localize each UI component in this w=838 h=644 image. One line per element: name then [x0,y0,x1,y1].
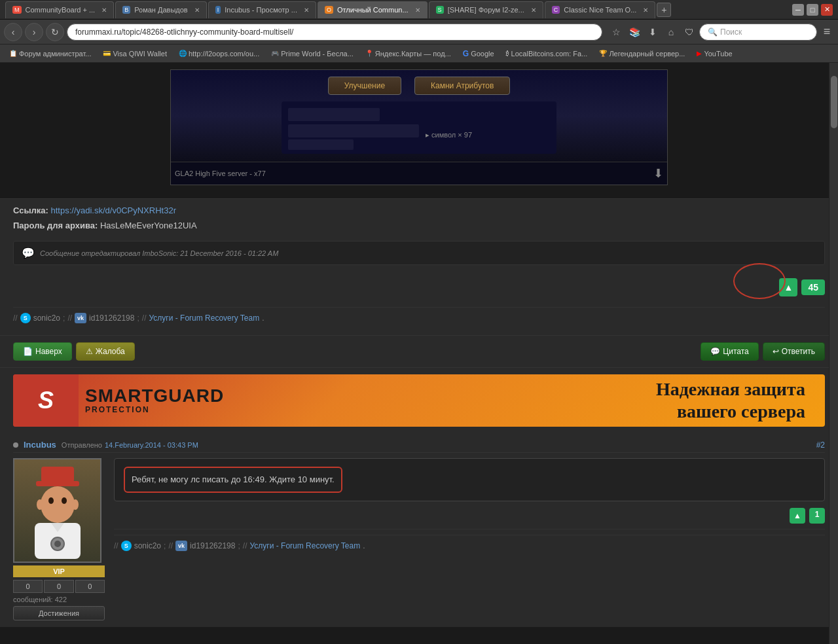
minimize-button[interactable]: ─ [792,4,804,16]
game-btn-upgrade[interactable]: Улучшение [328,77,401,95]
window-controls: ─ □ ✕ [792,4,833,16]
post2-date[interactable]: 14.February.2014 - 03:43 PM [105,441,198,449]
bookmark-l2oops[interactable]: 🌐 http://l2oops.com/ou... [173,46,264,61]
complaint-label: Жалоба [96,347,125,356]
vote-up-button[interactable]: ▲ [779,278,797,296]
shield-icon[interactable]: 🛡 [682,25,697,39]
vip-badge: VIP [13,565,105,577]
menu-icon[interactable]: ≡ [820,25,834,39]
forward-button[interactable]: › [25,23,43,41]
reply-button[interactable]: ↩ Ответить [763,342,825,361]
tab-3-label: Incubus - Просмотр ... [225,6,297,14]
posts-count: 422 [55,596,67,603]
bookmark-google[interactable]: G Google [458,46,500,61]
achievements-button[interactable]: Достижения [13,606,105,620]
tab-2-close[interactable]: ✕ [194,7,200,14]
ad-brand-name: SMARTGUARD [85,387,224,405]
download-icon[interactable]: ⬇ [646,25,660,39]
nav-bar: ‹ › ↻ forummaxi.ru/topic/48268-otlichnyy… [0,20,838,45]
bookmark-qiwi[interactable]: 💳 Visa QIWI Wallet [98,46,172,61]
game-footer-icon: ⬇ [653,166,663,181]
bookmark-icon[interactable]: 📚 [627,25,642,39]
bookmark-legendary-icon: 🏆 [599,50,607,57]
vk-icon-2: vk [175,541,187,551]
bookmark-prime-icon: 🎮 [271,50,279,57]
post2-number: #2 [816,440,825,450]
tab-6-close[interactable]: ✕ [643,7,648,14]
sig2-period: . [363,541,365,550]
tab-1-label: CommunityBoard + ... [26,6,96,14]
back-button[interactable]: ‹ [4,23,22,41]
svg-rect-2 [288,124,419,137]
home-icon[interactable]: ⌂ [664,25,678,39]
address-text: forummaxi.ru/topic/48268-otlichnyy-commu… [75,27,293,37]
up-icon: 📄 [23,347,33,356]
search-bar[interactable]: 🔍 Поиск [699,24,817,41]
svg-text:▸ символ × 97: ▸ символ × 97 [426,131,472,139]
post2-meta: Отправлено 14.February.2014 - 03:43 PM [62,441,198,449]
tab-5[interactable]: S [SHARE] Форум I2-ze... ✕ [429,1,543,18]
complaint-button[interactable]: ⚠ Жалоба [76,342,135,361]
post1-password-label: Пароль для архива: [13,221,98,230]
post2-date-label: Отправлено [62,441,102,449]
bookmark-prime[interactable]: 🎮 Prime World - Бесла... [266,46,359,61]
address-bar[interactable]: forummaxi.ru/topic/48268-otlichnyy-commu… [67,24,602,41]
svg-point-9 [37,499,43,510]
post2-container: Incubus Отправлено 14.February.2014 - 03… [0,433,838,627]
post2-username[interactable]: Incubus [24,440,56,450]
up-button[interactable]: 📄 Наверх [13,342,72,361]
post1-password-row: Пароль для архива: HasLeMeEverYone12UIA [13,221,825,230]
vk-icon: vk [75,313,86,323]
tab-4-close[interactable]: ✕ [415,7,420,14]
vote-section: ▲ 45 [13,273,825,302]
post2-body: VIP 0 0 0 сообщений: 422 Достижения Ребя… [13,458,825,620]
quote-button[interactable]: 💬 Цитата [701,342,758,361]
tab-2[interactable]: В Роман Давыдов ✕ [115,1,207,18]
sig-service-link[interactable]: Услуги - Forum Recovery Team [149,313,259,323]
game-footer: GLA2 High Five server - x77 ⬇ [171,162,667,185]
bookmarks-bar: 📋 Форум администрат... 💳 Visa QIWI Walle… [0,45,838,63]
tab-1-close[interactable]: ✕ [101,7,107,14]
vote-up-small-button[interactable]: ▲ [790,508,805,524]
tab-3-close[interactable]: ✕ [304,7,309,14]
bookmark-localbitcoins[interactable]: ₿ LocalBitcoins.com: Fa... [501,46,593,61]
post1-password-value: HasLeMeEverYone12UIA [100,221,197,230]
tab-6[interactable]: C Classic Nice Team O... ✕ [545,1,656,18]
bookmark-google-label: Google [471,50,494,58]
svg-point-10 [72,499,79,510]
post2-header: Incubus Отправлено 14.February.2014 - 03… [13,440,825,453]
vote-small: ▲ 1 [114,508,825,524]
maximize-button[interactable]: □ [807,4,818,16]
post2-message-text: Ребят, не могу лс писать до 16:49. Ждите… [132,474,335,484]
scrollbar-thumb[interactable] [831,76,837,128]
bookmark-forum-icon: 📋 [9,50,17,57]
game-btn-stones[interactable]: Камни Атрибутов [414,77,510,95]
close-button[interactable]: ✕ [821,4,833,16]
ad-banner[interactable]: S SMARTGUARD PROTECTION Надежная защита … [13,374,825,427]
post1-link[interactable]: https://yadi.sk/d/v0CPyNXRHt32r [51,206,176,215]
sig2-service-link[interactable]: Услуги - Forum Recovery Team [249,541,360,550]
sig2-skype-user: sonic2o [134,541,161,550]
tab-4[interactable]: О Отличный Commun... ✕ [318,1,428,18]
tab-1-favicon: M [12,6,22,14]
tab-3-favicon: I [215,6,221,14]
tab-5-close[interactable]: ✕ [531,7,536,14]
ad-brand: SMARTGUARD PROTECTION [79,387,230,414]
star-icon[interactable]: ☆ [609,25,623,39]
tab-5-label: [SHARE] Форум I2-ze... [448,6,524,14]
bookmark-legendary[interactable]: 🏆 Легендарный сервер... [594,46,690,61]
new-tab-button[interactable]: + [657,3,671,17]
avatar-image [14,459,100,562]
bookmark-youtube[interactable]: ▶ YouTube [691,46,737,61]
tab-1[interactable]: M CommunityBoard + ... ✕ [5,1,114,18]
sig-vk-id: id191262198 [89,313,134,323]
bookmark-google-icon: G [463,49,469,58]
bookmark-yandex[interactable]: 📍 Яндекс.Карты — под... [360,46,456,61]
scrollbar[interactable] [829,63,838,627]
refresh-button[interactable]: ↻ [46,23,64,41]
tab-3[interactable]: I Incubus - Просмотр ... ✕ [208,1,316,18]
bookmark-prime-label: Prime World - Бесла... [281,50,354,58]
bookmark-forum[interactable]: 📋 Форум администрат... [4,46,96,61]
tab-2-label: Роман Давыдов [134,6,187,14]
game-image-inner: Улучшение Камни Атрибутов ▸ символ × 97 [171,70,667,162]
